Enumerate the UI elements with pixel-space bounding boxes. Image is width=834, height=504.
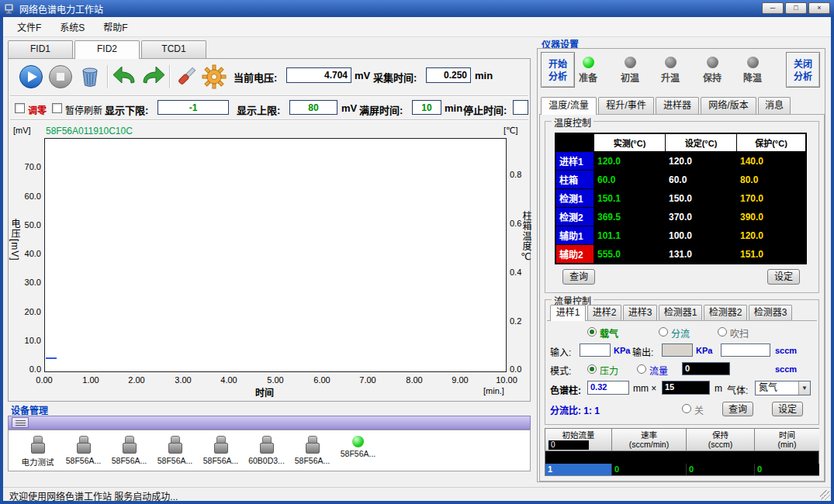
device-list-view-button[interactable]	[12, 417, 29, 428]
minimize-button[interactable]: ─	[762, 2, 784, 14]
gas-type-select[interactable]: 氮气 ▼	[755, 381, 811, 395]
set-value: 60.0	[666, 171, 736, 188]
device-item-online[interactable]: 58F56A...	[335, 430, 381, 469]
temperature-set-button[interactable]: 设定	[767, 269, 800, 285]
left-axis-unit: [mV]	[13, 126, 31, 135]
pressure-mode-radio[interactable]	[587, 364, 597, 374]
close-analysis-button[interactable]: 关闭 分析	[786, 52, 820, 88]
stop-time-field[interactable]	[513, 100, 528, 115]
x-tick: 10.00	[490, 375, 524, 385]
menu-file[interactable]: 文件F	[8, 17, 50, 36]
undo-arrow-icon	[111, 79, 137, 92]
redo-button[interactable]	[140, 64, 167, 90]
current-voltage-field[interactable]: 4.704	[286, 67, 351, 83]
divider	[10, 119, 528, 121]
online-status-icon	[352, 436, 364, 447]
tab-tcd1[interactable]: TCD1	[141, 40, 206, 58]
stage-label: 初温	[621, 73, 639, 84]
device-item[interactable]: 58F56A...	[289, 430, 335, 469]
purge-radio[interactable]	[718, 327, 727, 337]
device-item[interactable]: 电力测试	[15, 430, 61, 469]
carrier-gas-radio[interactable]	[587, 327, 597, 337]
device-item[interactable]: 60B0D3...	[244, 430, 289, 469]
clear-curve-button[interactable]	[77, 64, 103, 90]
flow-setpoint-unit: sccm	[775, 364, 797, 374]
stop-acquisition-button[interactable]	[47, 64, 74, 90]
input-pressure-field[interactable]	[580, 343, 611, 357]
row-header: 检测2	[556, 208, 593, 226]
undo-button[interactable]	[111, 64, 137, 90]
tab-injector[interactable]: 进样器	[656, 97, 699, 114]
program-time-cell[interactable]: 0	[755, 464, 819, 475]
upper-limit-label: 显示上限:	[237, 102, 280, 117]
chromatogram-plot[interactable]	[44, 138, 507, 372]
column-diameter-field[interactable]: 0.32	[587, 381, 629, 395]
maximize-button[interactable]: □	[785, 2, 807, 14]
chevron-down-icon: ▼	[798, 381, 810, 395]
tab-fid1[interactable]: FID1	[8, 40, 73, 58]
hold-header: 保持 (sccm)	[687, 429, 754, 450]
program-rate-cell[interactable]: 0	[612, 464, 686, 475]
device-item[interactable]: 58F56A...	[198, 430, 244, 469]
y-tick: 10.0	[13, 336, 41, 345]
flow-set-button[interactable]: 设定	[772, 402, 803, 416]
upper-limit-field[interactable]: 80	[289, 100, 337, 115]
flow-tab-detector2[interactable]: 检测器2	[704, 305, 747, 320]
column-length-field[interactable]: 15	[662, 381, 710, 395]
signal-panel: 当前电压: 4.704 mV 采集时间: 0.250 min 调零 暂停刷新 显…	[8, 58, 531, 402]
application-window: 网络色谱电力工作站 ─ □ × 文件F 系统S 帮助F FID1 FID2 TC…	[0, 0, 834, 504]
tab-temp-flow[interactable]: 温度/流量	[541, 97, 597, 115]
temperature-query-button[interactable]: 查询	[562, 269, 595, 285]
flow-readout-field[interactable]	[721, 343, 770, 357]
tab-messages[interactable]: 消息	[758, 97, 791, 114]
device-icon	[122, 436, 137, 454]
program-hold-cell[interactable]: 0	[687, 464, 754, 475]
close-button[interactable]: ×	[808, 2, 830, 14]
adjust-tool-button[interactable]	[173, 64, 199, 90]
menu-system[interactable]: 系统S	[50, 17, 94, 36]
tab-fid2[interactable]: FID2	[74, 40, 140, 59]
zero-checkbox[interactable]	[15, 103, 25, 113]
flow-tab-detector1[interactable]: 检测器1	[659, 305, 702, 320]
tab-network-version[interactable]: 网络/版本	[701, 97, 756, 114]
flow-tab-inlet2[interactable]: 进样2	[587, 305, 621, 320]
pause-refresh-label: 暂停刷新	[65, 103, 102, 116]
split-off-radio[interactable]	[682, 404, 691, 413]
output-unit: KPa	[696, 346, 712, 355]
x-tick: 0.00	[27, 375, 61, 385]
device-item[interactable]: 58F56A...	[152, 430, 198, 469]
device-item[interactable]: 58F56A...	[106, 430, 152, 469]
right-tick: 0.0	[510, 364, 530, 374]
acq-time-field[interactable]: 0.250	[426, 67, 471, 83]
split-radio[interactable]	[659, 327, 668, 337]
fullscreen-time-field[interactable]: 10	[412, 100, 441, 115]
flow-query-button[interactable]: 查询	[722, 402, 753, 416]
flow-mode-radio[interactable]	[637, 364, 646, 374]
y-tick: 60.0	[13, 192, 41, 201]
menu-help[interactable]: 帮助F	[94, 17, 137, 36]
start-acquisition-button[interactable]	[18, 64, 44, 90]
flow-setpoint-field[interactable]: 0	[682, 362, 730, 375]
device-label: 58F56A...	[341, 449, 376, 458]
settings-button[interactable]	[201, 64, 227, 90]
tab-program-events[interactable]: 程升/事件	[598, 97, 654, 114]
x-tick: 2.00	[119, 375, 154, 385]
initial-flow-field[interactable]: 0	[549, 440, 589, 450]
measured-value: 101.1	[594, 226, 665, 244]
output-pressure-field[interactable]	[662, 343, 693, 357]
device-item[interactable]: 58F56A...	[61, 430, 106, 469]
measured-value: 120.0	[594, 152, 665, 170]
lower-limit-field[interactable]: -1	[157, 100, 229, 115]
pause-refresh-checkbox[interactable]	[52, 103, 62, 113]
flow-tab-inlet1[interactable]: 进样1	[550, 305, 586, 321]
x-tick: 9.00	[443, 375, 477, 385]
flow-tab-detector3[interactable]: 检测器3	[749, 305, 792, 320]
right-axis-unit: [℃]	[504, 126, 517, 136]
flow-tab-inlet3[interactable]: 进样3	[623, 305, 657, 320]
x-axis-label: 时间	[255, 385, 274, 399]
program-row-index[interactable]: 1	[545, 464, 611, 475]
stage-ready: 准备	[570, 52, 606, 88]
window-controls: ─ □ ×	[762, 2, 830, 14]
resize-grip[interactable]	[820, 490, 830, 500]
list-icon	[16, 420, 26, 426]
